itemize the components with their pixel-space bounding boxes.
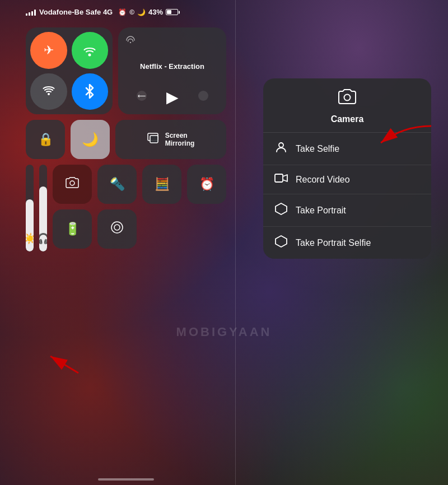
camera-menu-title: Camera bbox=[331, 114, 364, 124]
utility-buttons-column: 🔦 🧮 ⏰ 🔋 bbox=[53, 165, 226, 251]
utility-row-1: 🔦 🧮 ⏰ bbox=[53, 165, 226, 204]
status-icons: ⏰ © 🌙 43% bbox=[118, 8, 178, 16]
carrier-text: Vodafone-Be Safe 4G bbox=[39, 8, 113, 16]
rewind-button[interactable]: ⟵ bbox=[136, 90, 148, 105]
fast-forward-button[interactable] bbox=[197, 90, 209, 105]
signal-bar-1 bbox=[26, 13, 27, 16]
svg-point-5 bbox=[198, 91, 208, 101]
selfie-icon bbox=[274, 141, 288, 157]
take-portrait-selfie-label: Take Portrait Selfie bbox=[296, 238, 371, 248]
now-playing-widget[interactable]: Netflix - Extraction ⟵ ▶ bbox=[118, 27, 226, 114]
svg-text:⟵: ⟵ bbox=[138, 93, 146, 99]
connectivity-block: ✈ bbox=[26, 27, 113, 114]
bluetooth-button[interactable] bbox=[72, 73, 109, 110]
svg-point-0 bbox=[88, 53, 91, 56]
flashlight-icon: 🔦 bbox=[110, 177, 125, 192]
now-playing-header bbox=[126, 35, 218, 45]
screen-mirroring-icon bbox=[147, 133, 161, 147]
svg-rect-15 bbox=[275, 174, 283, 182]
rotation-lock-icon: 🔒 bbox=[38, 132, 53, 147]
camera-context-menu: Camera Take Selfie Record Video bbox=[263, 78, 431, 259]
camera-button[interactable] bbox=[53, 165, 92, 204]
moon-dnd-icon: 🌙 bbox=[82, 132, 99, 147]
signal-bars bbox=[26, 9, 36, 16]
clock-icon: ⏰ bbox=[199, 177, 214, 192]
control-center-grid: ✈ bbox=[17, 22, 235, 257]
take-portrait-selfie-item[interactable]: Take Portrait Selfie bbox=[263, 227, 431, 259]
svg-point-2 bbox=[130, 42, 131, 43]
alarm-icon: ⏰ bbox=[118, 8, 127, 16]
take-portrait-item[interactable]: Take Portrait bbox=[263, 194, 431, 227]
cc-top-row: ✈ bbox=[26, 27, 226, 114]
calculator-icon: 🧮 bbox=[155, 177, 170, 192]
camera-menu-icon bbox=[337, 88, 357, 110]
flashlight-button[interactable]: 🔦 bbox=[97, 165, 137, 204]
wifi-button[interactable] bbox=[72, 32, 109, 69]
clock-button[interactable]: ⏰ bbox=[187, 165, 226, 204]
cc-sliders-row: ☀️ 🎧 bbox=[26, 165, 226, 251]
video-icon bbox=[274, 173, 288, 186]
play-button[interactable]: ▶ bbox=[166, 88, 179, 106]
watermark: MOBIGYAAN bbox=[176, 325, 272, 339]
svg-point-8 bbox=[70, 181, 74, 185]
red-arrow-camera bbox=[28, 334, 118, 379]
left-panel: Vodafone-Be Safe 4G ⏰ © 🌙 43% ✈ bbox=[17, 0, 235, 485]
brightness-slider[interactable]: ☀️ bbox=[26, 165, 34, 251]
panel-divider bbox=[235, 0, 236, 485]
battery-percent: 43% bbox=[148, 8, 163, 16]
volume-slider[interactable]: 🎧 bbox=[39, 165, 47, 251]
take-portrait-label: Take Portrait bbox=[296, 206, 346, 216]
calculator-button[interactable]: 🧮 bbox=[142, 165, 181, 204]
portrait-icon bbox=[274, 202, 288, 218]
playback-controls: ⟵ ▶ bbox=[126, 88, 218, 106]
screen-mirroring-label: ScreenMirroring bbox=[165, 132, 195, 148]
svg-point-1 bbox=[48, 93, 50, 95]
signal-bar-4 bbox=[34, 10, 36, 16]
timer-icon: © bbox=[129, 8, 134, 16]
airplay-icon bbox=[126, 35, 135, 45]
svg-point-10 bbox=[114, 225, 120, 230]
right-panel: Camera Take Selfie Record Video bbox=[263, 78, 431, 259]
svg-rect-7 bbox=[150, 136, 158, 143]
moon-icon: 🌙 bbox=[137, 8, 146, 16]
screen-record-icon bbox=[110, 220, 124, 238]
rotation-lock-button[interactable]: 🔒 bbox=[26, 120, 65, 159]
svg-point-14 bbox=[279, 143, 283, 147]
volume-icon: 🎧 bbox=[39, 232, 47, 245]
camera-menu-header: Camera bbox=[263, 78, 431, 133]
take-selfie-label: Take Selfie bbox=[296, 144, 339, 154]
signal-bar-2 bbox=[29, 12, 30, 16]
record-video-item[interactable]: Record Video bbox=[263, 165, 431, 194]
svg-point-9 bbox=[111, 222, 123, 233]
home-indicator bbox=[98, 478, 154, 481]
now-playing-title: Netflix - Extraction bbox=[126, 60, 218, 73]
battery-icon bbox=[166, 9, 178, 15]
airplane-mode-button[interactable]: ✈ bbox=[30, 32, 67, 69]
brightness-icon: ☀️ bbox=[26, 232, 34, 245]
screen-mirroring-button[interactable]: ScreenMirroring bbox=[115, 120, 226, 159]
low-power-icon: 🔋 bbox=[65, 222, 80, 236]
portrait-selfie-icon bbox=[274, 235, 288, 251]
battery-fill bbox=[167, 10, 171, 14]
take-selfie-item[interactable]: Take Selfie bbox=[263, 133, 431, 165]
low-power-button[interactable]: 🔋 bbox=[53, 209, 92, 249]
utility-row-2: 🔋 bbox=[53, 209, 226, 249]
svg-point-13 bbox=[344, 95, 351, 101]
cellular-button[interactable] bbox=[30, 73, 67, 110]
status-bar: Vodafone-Be Safe 4G ⏰ © 🌙 43% bbox=[17, 0, 235, 22]
cc-middle-row: 🔒 🌙 ScreenMirroring bbox=[26, 120, 226, 159]
record-video-label: Record Video bbox=[296, 175, 350, 185]
signal-bar-3 bbox=[31, 11, 33, 16]
camera-icon bbox=[65, 176, 80, 192]
do-not-disturb-button[interactable]: 🌙 bbox=[71, 120, 110, 159]
screen-record-button[interactable] bbox=[97, 209, 137, 249]
